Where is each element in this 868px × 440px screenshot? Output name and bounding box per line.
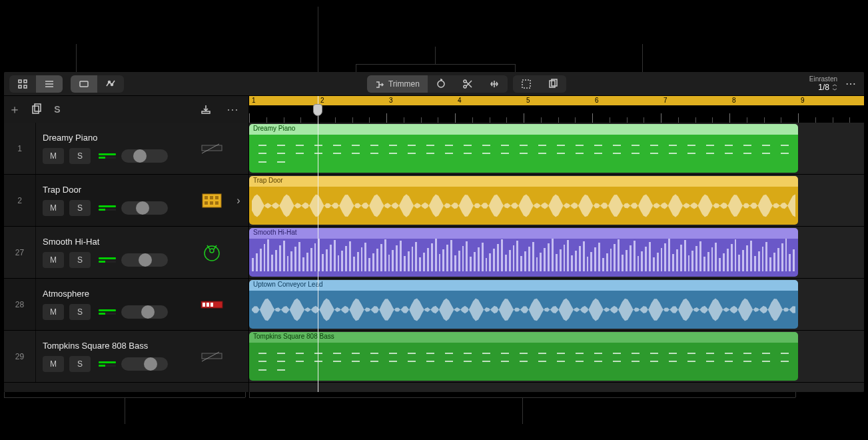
level-meter bbox=[99, 309, 116, 315]
solo-button[interactable]: S bbox=[69, 200, 91, 216]
split-tool-button[interactable] bbox=[454, 75, 481, 93]
level-meter bbox=[99, 257, 116, 263]
track-lane[interactable]: Dreamy Piano bbox=[249, 123, 864, 175]
svg-rect-30 bbox=[215, 196, 218, 199]
bar-number: 1 bbox=[252, 97, 256, 104]
svg-rect-29 bbox=[210, 196, 213, 199]
solo-button[interactable]: S bbox=[69, 148, 91, 164]
expand-track-button[interactable] bbox=[228, 227, 248, 278]
track-lane[interactable]: Trap Door bbox=[249, 175, 864, 227]
svg-rect-41 bbox=[211, 303, 213, 307]
instrument-icon[interactable] bbox=[195, 227, 228, 278]
svg-rect-28 bbox=[205, 196, 208, 199]
grid-view-button[interactable] bbox=[9, 75, 36, 93]
svg-rect-32 bbox=[210, 201, 213, 205]
volume-slider[interactable] bbox=[121, 253, 168, 267]
global-solo-button[interactable]: S bbox=[47, 99, 68, 120]
track-header[interactable]: 27Smooth Hi-HatMS bbox=[4, 227, 248, 279]
mute-button[interactable]: M bbox=[43, 148, 64, 164]
snap-indicator[interactable]: Einrasten 1/8 bbox=[809, 75, 837, 92]
region[interactable]: Tompkins Square 808 Bass bbox=[249, 332, 798, 381]
playhead[interactable] bbox=[318, 96, 318, 123]
region[interactable]: Uptown Conveyor Lead bbox=[249, 280, 798, 329]
volume-slider[interactable] bbox=[121, 305, 168, 319]
more-menu-button[interactable]: ⋯ bbox=[843, 77, 859, 90]
updown-icon bbox=[832, 84, 837, 91]
content-area: 1Dreamy PianoMS2Trap DoorMS›27Smooth Hi-… bbox=[4, 123, 864, 392]
trim-tool-button[interactable]: Trimmen bbox=[367, 75, 428, 93]
svg-rect-1 bbox=[24, 80, 27, 83]
track-header[interactable]: 28AtmosphereMS bbox=[4, 279, 248, 331]
automation-view-button[interactable] bbox=[97, 75, 124, 93]
expand-track-button[interactable] bbox=[228, 123, 248, 174]
solo-button[interactable]: S bbox=[69, 356, 91, 372]
track-name: Smooth Hi-Hat bbox=[43, 237, 195, 247]
toolbar: Trimmen Einrasten 1/8 bbox=[4, 72, 864, 96]
loop-tool-button[interactable] bbox=[428, 75, 454, 93]
ruler[interactable]: 123456789 bbox=[249, 96, 864, 123]
region[interactable]: Smooth Hi-Hat bbox=[249, 228, 798, 277]
volume-slider[interactable] bbox=[121, 149, 168, 163]
solo-button[interactable]: S bbox=[69, 304, 91, 320]
region-label: Trap Door bbox=[249, 176, 798, 187]
download-icon bbox=[200, 103, 212, 115]
mute-button[interactable]: M bbox=[43, 304, 64, 320]
duplicate-track-button[interactable] bbox=[25, 99, 47, 120]
tracks-view-button[interactable] bbox=[36, 75, 63, 93]
instrument-icon[interactable] bbox=[195, 331, 228, 382]
bar-number: 5 bbox=[526, 97, 530, 104]
playhead-handle[interactable] bbox=[313, 104, 322, 116]
instrument-icon[interactable] bbox=[195, 123, 228, 174]
bar-number: 4 bbox=[458, 97, 462, 104]
track-lane[interactable]: Smooth Hi-Hat bbox=[249, 227, 864, 279]
scissors-icon bbox=[462, 78, 474, 90]
move-tool-button[interactable] bbox=[481, 75, 508, 93]
list-icon bbox=[43, 78, 55, 90]
region[interactable]: Dreamy Piano bbox=[249, 124, 798, 173]
volume-slider[interactable] bbox=[121, 357, 168, 371]
instrument-icon[interactable] bbox=[195, 175, 228, 226]
svg-marker-45 bbox=[252, 298, 795, 321]
marquee-button[interactable] bbox=[513, 75, 540, 93]
track-header[interactable]: 1Dreamy PianoMS bbox=[4, 123, 248, 175]
track-header-row: ＋ S ⋯ 123456789 bbox=[4, 96, 864, 123]
svg-rect-0 bbox=[19, 80, 21, 83]
import-button[interactable] bbox=[195, 99, 217, 120]
track-lane[interactable]: Tompkins Square 808 Bass bbox=[249, 331, 864, 383]
expand-track-button[interactable] bbox=[228, 279, 248, 330]
track-header[interactable]: 29Tompkins Square 808 BassMS bbox=[4, 331, 248, 383]
arrange-area[interactable]: Dreamy PianoTrap DoorSmooth Hi-HatUptown… bbox=[249, 123, 864, 392]
volume-slider[interactable] bbox=[121, 201, 168, 215]
bar-number: 7 bbox=[663, 97, 667, 104]
edit-tools-segment: Trimmen bbox=[367, 75, 508, 93]
expand-track-button[interactable]: › bbox=[228, 175, 248, 226]
daw-window: Trimmen Einrasten 1/8 bbox=[4, 72, 864, 392]
bar-number: 9 bbox=[801, 97, 805, 104]
move-region-icon bbox=[488, 78, 500, 90]
region-body bbox=[249, 239, 798, 277]
svg-rect-39 bbox=[203, 303, 205, 307]
add-track-button[interactable]: ＋ bbox=[4, 99, 25, 120]
mute-button[interactable]: M bbox=[43, 200, 64, 216]
snap-value: 1/8 bbox=[818, 83, 829, 92]
instrument-icon[interactable] bbox=[195, 279, 228, 330]
svg-point-12 bbox=[464, 80, 466, 83]
region-view-button[interactable] bbox=[71, 75, 97, 93]
playhead-line[interactable] bbox=[318, 123, 318, 392]
region-body bbox=[249, 187, 798, 225]
mute-button[interactable]: M bbox=[43, 252, 64, 268]
mute-button[interactable]: M bbox=[43, 356, 64, 372]
svg-rect-23 bbox=[202, 111, 210, 113]
region[interactable]: Trap Door bbox=[249, 176, 798, 225]
region-automation-segment bbox=[71, 75, 124, 93]
expand-track-button[interactable] bbox=[228, 331, 248, 382]
track-header[interactable]: 2Trap DoorMS› bbox=[4, 175, 248, 227]
track-lane[interactable]: Uptown Conveyor Lead bbox=[249, 279, 864, 331]
region-body bbox=[249, 291, 798, 329]
track-number: 2 bbox=[4, 175, 36, 226]
track-options-button[interactable]: ⋯ bbox=[222, 99, 243, 120]
level-meter bbox=[99, 361, 116, 367]
bar-number: 8 bbox=[732, 97, 736, 104]
solo-button[interactable]: S bbox=[69, 252, 91, 268]
copy-button[interactable] bbox=[540, 75, 566, 93]
